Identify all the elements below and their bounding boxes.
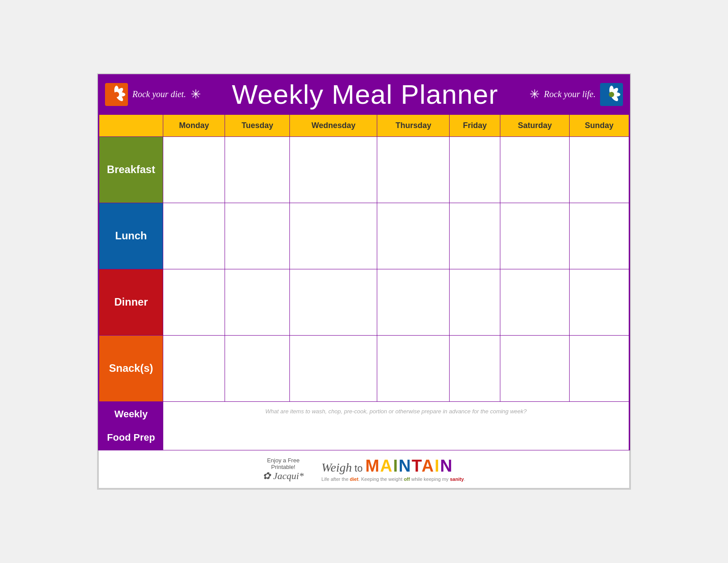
header-empty-cell: [99, 115, 163, 137]
header-asterisk-right: ✳: [529, 87, 540, 102]
breakfast-row: Breakfast: [99, 137, 629, 203]
snacks-saturday[interactable]: [500, 336, 570, 402]
footer-printable-block: Enjoy a Free Printable! ✿ Jacqui*: [263, 457, 304, 482]
footer-jacqui: ✿ Jacqui*: [263, 470, 304, 482]
dinner-row: Dinner: [99, 269, 629, 336]
breakfast-thursday[interactable]: [377, 137, 450, 203]
snacks-thursday[interactable]: [377, 336, 450, 402]
header-sunday: Sunday: [570, 115, 629, 137]
breakfast-monday[interactable]: [163, 137, 225, 203]
snacks-wednesday[interactable]: [290, 336, 377, 402]
lunch-monday[interactable]: [163, 203, 225, 269]
lunch-saturday[interactable]: [500, 203, 570, 269]
weekly-prep-row: Weekly Food Prep What are items to wash,…: [99, 402, 629, 450]
header-asterisk-left: ✳: [191, 87, 201, 102]
footer-enjoy-line2: Printable!: [263, 464, 304, 470]
flower-right-icon: [600, 83, 623, 106]
dinner-thursday[interactable]: [377, 269, 450, 336]
dinner-saturday[interactable]: [500, 269, 570, 336]
header-monday: Monday: [163, 115, 225, 137]
header-friday: Friday: [450, 115, 500, 137]
lunch-tuesday[interactable]: [225, 203, 290, 269]
lunch-friday[interactable]: [450, 203, 500, 269]
meal-planner-table: Monday Tuesday Wednesday Thursday Friday…: [99, 114, 629, 450]
flower-left-icon: [105, 83, 128, 106]
header-thursday: Thursday: [377, 115, 450, 137]
dinner-monday[interactable]: [163, 269, 225, 336]
footer-maintain: MAINTAIN: [365, 457, 453, 476]
header-right: ✳ Rock your life.: [529, 83, 623, 106]
dinner-wednesday[interactable]: [290, 269, 377, 336]
svg-point-5: [114, 92, 119, 97]
footer-brand-name: Weigh to MAINTAIN: [322, 457, 465, 476]
header-wednesday: Wednesday: [290, 115, 377, 137]
header-tagline-right: Rock your life.: [544, 89, 596, 99]
lunch-row: Lunch: [99, 203, 629, 269]
footer-to: to: [355, 463, 363, 474]
breakfast-label: Breakfast: [99, 137, 163, 203]
header-tagline-left: Rock your diet.: [132, 89, 186, 99]
breakfast-saturday[interactable]: [500, 137, 570, 203]
breakfast-tuesday[interactable]: [225, 137, 290, 203]
breakfast-friday[interactable]: [450, 137, 500, 203]
header-saturday: Saturday: [500, 115, 570, 137]
weekly-prep-content[interactable]: What are items to wash, chop, pre-cook, …: [163, 402, 629, 450]
dinner-tuesday[interactable]: [225, 269, 290, 336]
lunch-label: Lunch: [99, 203, 163, 269]
footer-weigh: Weigh: [322, 461, 352, 475]
lunch-sunday[interactable]: [570, 203, 629, 269]
breakfast-wednesday[interactable]: [290, 137, 377, 203]
snacks-sunday[interactable]: [570, 336, 629, 402]
planner-grid: Monday Tuesday Wednesday Thursday Friday…: [98, 114, 630, 450]
dinner-sunday[interactable]: [570, 269, 629, 336]
header-tuesday: Tuesday: [225, 115, 290, 137]
breakfast-sunday[interactable]: [570, 137, 629, 203]
snacks-tuesday[interactable]: [225, 336, 290, 402]
lunch-thursday[interactable]: [377, 203, 450, 269]
footer: Enjoy a Free Printable! ✿ Jacqui* Weigh …: [98, 450, 630, 489]
svg-point-11: [609, 92, 614, 97]
footer-tagline: Life after the diet. Keeping the weight …: [322, 476, 465, 482]
day-header-row: Monday Tuesday Wednesday Thursday Friday…: [99, 115, 629, 137]
snacks-friday[interactable]: [450, 336, 500, 402]
header-title: Weekly Meal Planner: [205, 79, 525, 110]
dinner-friday[interactable]: [450, 269, 500, 336]
weekly-prep-label: Weekly Food Prep: [99, 402, 163, 450]
footer-brand-block: Weigh to MAINTAIN Life after the diet. K…: [322, 457, 465, 482]
weekly-prep-hint: What are items to wash, chop, pre-cook, …: [169, 406, 623, 415]
dinner-label: Dinner: [99, 269, 163, 336]
header: Rock your diet. ✳ Weekly Meal Planner ✳ …: [98, 74, 630, 114]
snacks-label: Snack(s): [99, 336, 163, 402]
page-container: Rock your diet. ✳ Weekly Meal Planner ✳ …: [97, 73, 631, 490]
snacks-row: Snack(s): [99, 336, 629, 402]
snacks-monday[interactable]: [163, 336, 225, 402]
footer-enjoy-line1: Enjoy a Free: [263, 457, 304, 464]
lunch-wednesday[interactable]: [290, 203, 377, 269]
